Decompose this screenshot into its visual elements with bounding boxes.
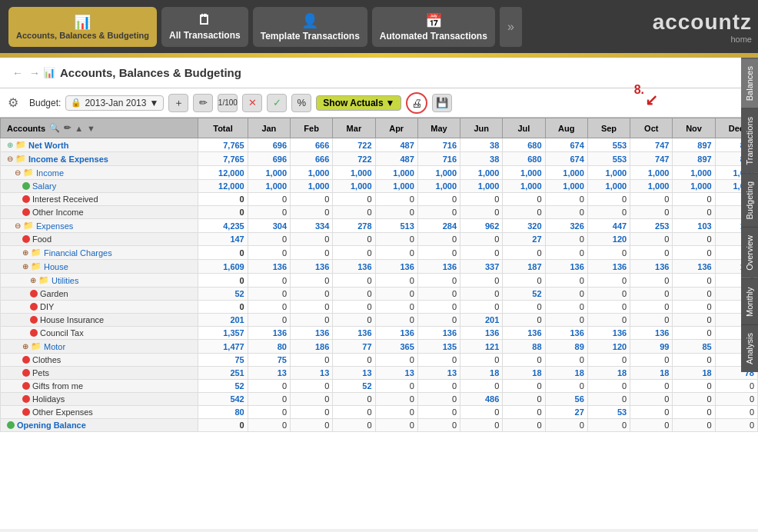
- table-row[interactable]: ⊖ 📁 Income & Expenses7,76569666672248771…: [1, 152, 758, 166]
- table-row[interactable]: ⊖ 📁 Income12,0001,0001,0001,0001,0001,00…: [1, 166, 758, 180]
- tab-budgeting[interactable]: Budgeting: [741, 173, 758, 228]
- cell-value: 0: [375, 406, 417, 419]
- logo-area: accountz home: [653, 10, 752, 44]
- cell-value: 0: [673, 393, 715, 406]
- cell-value: 0: [545, 233, 587, 246]
- cell-value: 0: [460, 301, 503, 314]
- col-header-mar: Mar: [333, 118, 375, 138]
- table-row[interactable]: Other Income0000000000000: [1, 206, 758, 219]
- table-row[interactable]: ⊕ 📁 Motor1,47780186773651351218889120998…: [1, 340, 758, 354]
- table-row[interactable]: DIY0000000000000: [1, 301, 758, 314]
- top-nav: 📊 Accounts, Balances & Budgeting 🗒 All T…: [0, 0, 758, 53]
- cell-value: 0: [630, 419, 673, 432]
- budget-select[interactable]: 🔒 2013-Jan 2013 ▼: [65, 95, 164, 111]
- cell-value: 0: [545, 246, 587, 260]
- tab-overview[interactable]: Overview: [741, 227, 758, 278]
- confirm-btn[interactable]: ✓: [267, 94, 287, 112]
- edit-btn[interactable]: ✏: [193, 94, 213, 112]
- cell-value: 278: [333, 219, 375, 233]
- table-row[interactable]: Clothes757500000000000: [1, 354, 758, 367]
- table-row[interactable]: ⊖ 📁 Expenses4,23530433427851328496232032…: [1, 219, 758, 233]
- template-transactions-btn[interactable]: 👤 Template Transactions: [253, 7, 367, 47]
- tab-transactions[interactable]: Transactions: [741, 108, 758, 173]
- cell-value: 13: [248, 367, 290, 380]
- cell-value: 0: [460, 406, 503, 419]
- expand-icon[interactable]: ⊕: [30, 276, 36, 284]
- cell-value: 136: [417, 327, 460, 340]
- cancel-btn[interactable]: ✕: [242, 94, 262, 112]
- cell-value: 0: [715, 406, 757, 419]
- dot-red-icon: [30, 316, 38, 324]
- expand-icon[interactable]: ⊖: [7, 155, 13, 163]
- cell-value: 0: [417, 380, 460, 393]
- cell-value: 1,000: [333, 180, 375, 193]
- search-icon[interactable]: 🔍: [49, 123, 60, 133]
- expand-icon[interactable]: ⊖: [15, 221, 21, 230]
- expand-icon[interactable]: ⊖: [15, 168, 21, 177]
- tab-balances[interactable]: Balances: [741, 58, 758, 108]
- table-row[interactable]: Council Tax1,357136136136136136136136136…: [1, 327, 758, 340]
- sort-down-icon[interactable]: ▼: [87, 124, 95, 133]
- accounts-balances-btn[interactable]: 📊 Accounts, Balances & Budgeting: [8, 7, 157, 47]
- row-name: Motor: [44, 342, 65, 351]
- all-transactions-btn[interactable]: 🗒 All Transactions: [161, 7, 248, 47]
- cell-value: 696: [248, 138, 290, 152]
- cell-total: 0: [198, 419, 248, 432]
- tab-analysis[interactable]: Analysis: [741, 324, 758, 372]
- cell-total: 1,477: [198, 340, 248, 354]
- cell-value: 0: [375, 274, 417, 288]
- automated-transactions-btn[interactable]: 📅 Automated Transactions: [372, 7, 495, 47]
- table-row[interactable]: Other Expenses8000000002753000: [1, 406, 758, 419]
- forward-arrow[interactable]: →: [29, 67, 40, 79]
- print-btn[interactable]: 🖨: [406, 92, 427, 114]
- table-row[interactable]: Opening Balance0000000000000: [1, 419, 758, 432]
- cell-value: 136: [460, 327, 503, 340]
- back-arrow[interactable]: ←: [12, 67, 23, 79]
- tab-monthly[interactable]: Monthly: [741, 278, 758, 324]
- cell-value: 0: [715, 419, 757, 432]
- table-row[interactable]: ⊕ 📁 Net Worth7,7656966667224877163868067…: [1, 138, 758, 152]
- cell-value: 0: [333, 233, 375, 246]
- expand-icon[interactable]: ⊕: [22, 262, 28, 271]
- gear-icon[interactable]: ⚙: [8, 95, 18, 110]
- cell-value: 0: [333, 246, 375, 260]
- sort-up-icon[interactable]: ▲: [75, 124, 83, 133]
- more-nav-btn[interactable]: »: [500, 7, 522, 47]
- cell-value: 962: [460, 219, 503, 233]
- cell-value: 0: [715, 380, 757, 393]
- table-row[interactable]: Garden520000005200000: [1, 288, 758, 301]
- table-row[interactable]: Pets251131313131318181818181878: [1, 367, 758, 380]
- fraction-btn[interactable]: 1/100: [218, 94, 238, 112]
- cell-total: 52: [198, 380, 248, 393]
- percent-btn[interactable]: %: [291, 94, 311, 112]
- table-row[interactable]: Holidays542000004860560000: [1, 393, 758, 406]
- cell-value: 0: [291, 354, 333, 367]
- table-row[interactable]: ⊕ 📁 Financial Charges0000000000000: [1, 246, 758, 260]
- expand-icon[interactable]: ⊕: [22, 248, 28, 257]
- expand-icon[interactable]: ⊕: [7, 141, 13, 149]
- cell-value: 103: [673, 219, 715, 233]
- table-row[interactable]: House Insurance20100000201000000: [1, 314, 758, 327]
- table-row[interactable]: Food147000000270120000: [1, 233, 758, 246]
- accounts-btn-label: Accounts, Balances & Budgeting: [16, 31, 149, 40]
- add-btn[interactable]: ＋: [168, 94, 188, 112]
- cell-value: 334: [291, 219, 333, 233]
- table-row[interactable]: ⊕ 📁 Utilities0000000000000: [1, 274, 758, 288]
- cell-value: 0: [333, 301, 375, 314]
- cell-value: 0: [503, 301, 545, 314]
- table-row[interactable]: ⊕ 📁 House1,60913613613613613633718713613…: [1, 260, 758, 274]
- cell-value: 1,000: [673, 166, 715, 180]
- table-row[interactable]: Interest Received0000000000000: [1, 193, 758, 206]
- expand-icon[interactable]: ⊕: [22, 342, 28, 351]
- breadcrumb-icon: 📊: [43, 67, 55, 78]
- show-actuals-btn[interactable]: Show Actuals ▼: [316, 95, 401, 111]
- cell-value: 0: [630, 274, 673, 288]
- save-btn[interactable]: 💾: [432, 94, 452, 112]
- cell-value: 0: [630, 380, 673, 393]
- cell-total: 201: [198, 314, 248, 327]
- cell-value: 27: [545, 406, 587, 419]
- cell-value: 1,000: [460, 180, 503, 193]
- table-row[interactable]: Salary12,0001,0001,0001,0001,0001,0001,0…: [1, 180, 758, 193]
- edit-col-icon[interactable]: ✏: [64, 123, 71, 133]
- table-row[interactable]: Gifts from me520052000000000: [1, 380, 758, 393]
